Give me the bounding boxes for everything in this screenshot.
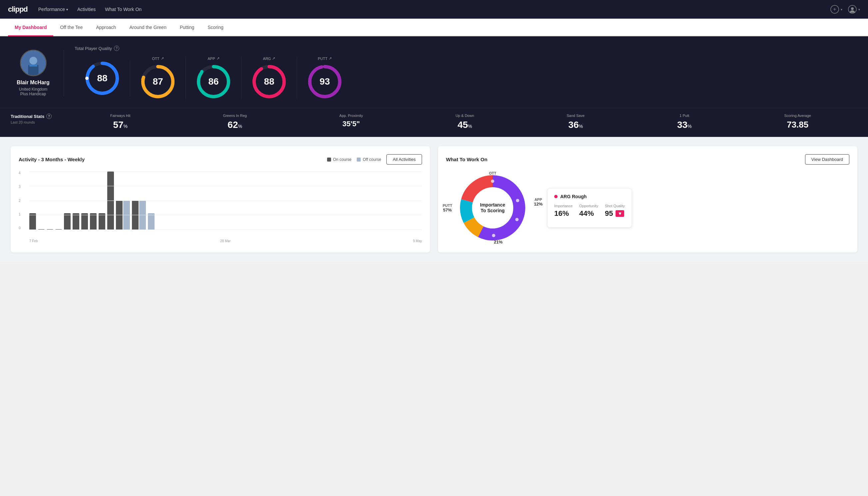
- all-activities-button[interactable]: All Activities: [386, 154, 422, 165]
- bar-oncourse: [73, 213, 79, 230]
- donut-total: 88: [84, 60, 121, 97]
- activity-chart-header: Activity - 3 Months - Weekly On course O…: [19, 154, 422, 165]
- bar-group-1: [38, 229, 45, 230]
- avatar: [20, 50, 47, 76]
- bar-oncourse: [81, 213, 88, 230]
- legend-on-course-dot: [327, 158, 331, 161]
- profile-button[interactable]: ▾: [848, 5, 860, 14]
- circle-ott: OTT ↗ 87: [130, 56, 186, 100]
- tab-off-the-tee[interactable]: Off the Tee: [53, 19, 89, 36]
- circles-row: 88 OTT ↗ 87: [75, 56, 857, 100]
- app-logo[interactable]: clippd: [8, 5, 28, 14]
- stats-title: Traditional Stats ?: [11, 113, 64, 119]
- bar-chart-inner: 4 3 2 1 0: [19, 171, 422, 238]
- donut-total-value: 88: [97, 73, 107, 83]
- nav-what-to-work-on[interactable]: What To Work On: [105, 7, 142, 12]
- bar-group-0: [29, 213, 36, 230]
- legend-off-course: Off course: [357, 157, 381, 162]
- svg-point-3: [851, 7, 854, 10]
- tab-approach[interactable]: Approach: [89, 19, 123, 36]
- traditional-stats: Traditional Stats ? Last 20 rounds Fairw…: [0, 108, 868, 137]
- legend-off-course-dot: [357, 158, 361, 161]
- bar-group-3: [55, 229, 62, 230]
- circle-ott-label: OTT ↗: [152, 56, 164, 61]
- bar-oncourse: [38, 229, 45, 230]
- donut-value-app: 12%: [534, 202, 542, 206]
- bar-oncourse: [55, 229, 62, 230]
- bar-group-12: [148, 213, 155, 230]
- tab-bar: My Dashboard Off the Tee Approach Around…: [0, 19, 868, 36]
- donut-app: 86: [195, 63, 232, 100]
- tab-scoring[interactable]: Scoring: [201, 19, 230, 36]
- player-handicap: Plus Handicap: [20, 92, 46, 96]
- stats-period: Last 20 rounds: [11, 120, 64, 124]
- bar-group-6: [81, 213, 88, 230]
- player-name: Blair McHarg: [17, 80, 50, 86]
- x-labels: 7 Feb 28 Mar 9 May: [19, 239, 422, 243]
- bar-oncourse: [47, 229, 53, 230]
- svg-point-27: [491, 180, 494, 183]
- donut-arg-value: 88: [264, 76, 274, 87]
- donut-ott-value: 87: [153, 76, 163, 87]
- bar-group-5: [73, 213, 79, 230]
- donut-center-label: Importance To Scoring: [480, 202, 505, 214]
- stats-title-block: Traditional Stats ? Last 20 rounds: [11, 113, 64, 124]
- stat-1-putt: 1 Putt 33%: [677, 113, 692, 130]
- tab-putting[interactable]: Putting: [173, 19, 201, 36]
- bar-oncourse: [107, 172, 114, 230]
- top-navigation: clippd Performance ▾ Activities What To …: [0, 0, 868, 19]
- tooltip-shot-quality: Shot Quality 95 ▼: [605, 204, 625, 218]
- nav-performance[interactable]: Performance ▾: [38, 7, 68, 12]
- activity-chart-title: Activity - 3 Months - Weekly: [19, 157, 84, 162]
- tooltip-opportunity: Opportunity 44%: [579, 204, 598, 218]
- what-to-work-on-header: What To Work On View Dashboard: [446, 154, 849, 165]
- circle-putt-label: PUTT ↗: [318, 56, 332, 61]
- svg-point-29: [515, 218, 519, 221]
- bar-group-11: [132, 201, 146, 230]
- metrics-title: Total Player Quality ?: [75, 46, 857, 51]
- stat-app-proximity: App. Proximity 35'5": [340, 113, 363, 130]
- circle-app-label: APP ↗: [207, 56, 219, 61]
- bar-group-2: [47, 229, 53, 230]
- what-to-work-on-title: What To Work On: [446, 157, 487, 162]
- help-icon[interactable]: ?: [114, 46, 119, 51]
- activity-chart-card: Activity - 3 Months - Weekly On course O…: [11, 146, 430, 252]
- bar-oncourse: [99, 213, 105, 230]
- donut-value-putt: 57%: [443, 207, 452, 213]
- shot-quality-badge: ▼: [616, 210, 624, 217]
- what-to-work-on-card: What To Work On View Dashboard PUTT 57% …: [438, 146, 857, 252]
- tab-my-dashboard[interactable]: My Dashboard: [8, 19, 53, 36]
- svg-point-28: [516, 199, 519, 202]
- bar-group-8: [99, 213, 105, 230]
- donut-ott: 87: [140, 63, 176, 100]
- svg-point-30: [492, 234, 495, 237]
- svg-point-6: [29, 57, 37, 64]
- bar-group-10: [116, 201, 130, 230]
- donut-label-app: APP: [534, 198, 542, 202]
- bar-chart: 4 3 2 1 0: [19, 171, 422, 245]
- nav-activities[interactable]: Activities: [77, 7, 96, 12]
- main-content: Activity - 3 Months - Weekly On course O…: [0, 137, 868, 262]
- stats-help-icon[interactable]: ?: [46, 113, 52, 119]
- donut-putt: 93: [306, 63, 343, 100]
- donut-label-putt: PUTT: [443, 203, 452, 207]
- bar-oncourse: [116, 201, 123, 230]
- circle-app: APP ↗ 86: [186, 56, 241, 100]
- bar-oncourse: [132, 201, 139, 230]
- hero-section: Blair McHarg United Kingdom Plus Handica…: [0, 36, 868, 108]
- tab-around-the-green[interactable]: Around the Green: [123, 19, 173, 36]
- svg-text:+: +: [833, 6, 836, 12]
- player-card: Blair McHarg United Kingdom Plus Handica…: [11, 50, 64, 96]
- bar-offcourse: [123, 201, 130, 230]
- big-donut: Importance To Scoring: [456, 171, 529, 245]
- donut-putt-value: 93: [319, 76, 330, 87]
- svg-point-22: [308, 80, 312, 83]
- svg-point-19: [252, 79, 256, 82]
- circle-total: 88: [75, 60, 130, 97]
- tooltip-importance: Importance 16%: [554, 204, 572, 218]
- add-button[interactable]: + ▾: [830, 5, 842, 14]
- donut-app-value: 86: [208, 76, 219, 87]
- view-dashboard-button[interactable]: View Dashboard: [805, 154, 849, 165]
- nav-right-actions: + ▾ ▾: [830, 5, 860, 14]
- metrics-section: Total Player Quality ? 88 OTT: [75, 46, 857, 100]
